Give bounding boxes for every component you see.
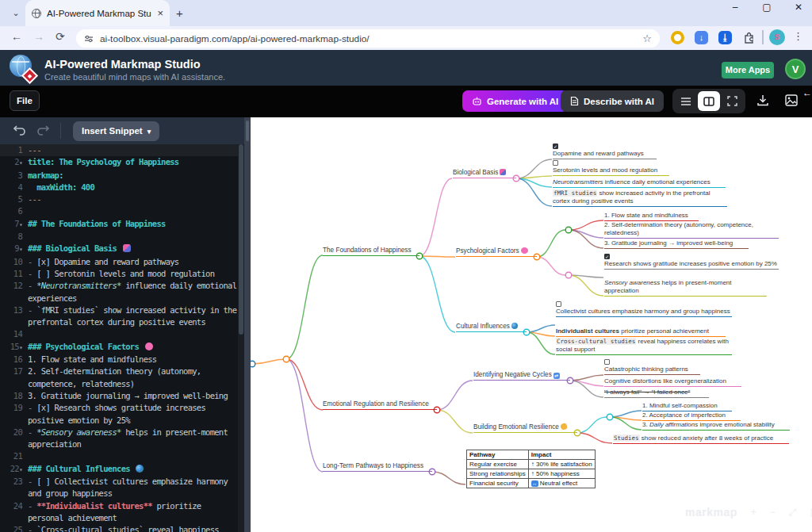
- mindmap-node-foundations[interactable]: The Foundations of Happiness: [323, 246, 419, 256]
- node-toggle-circle[interactable]: [565, 227, 572, 233]
- mindmap-node-i2[interactable]: Cognitive distortions like overgeneraliz…: [604, 377, 741, 387]
- code-line-1[interactable]: 1---: [0, 144, 244, 156]
- mindmap-node-c2[interactable]: Individualist cultures prioritize person…: [556, 327, 726, 337]
- mindmap-canvas[interactable]: The Foundations of HappinessEmotional Re…: [251, 117, 812, 532]
- undo-icon[interactable]: [13, 124, 26, 136]
- mindmap-node-longterm[interactable]: Long-Term Pathways to Happiness: [323, 461, 432, 472]
- bookmark-star-icon[interactable]: ☆: [642, 33, 652, 44]
- mindmap-node-b4[interactable]: fMRI studies show increased activity in …: [553, 189, 727, 207]
- code-line-14[interactable]: 14: [0, 328, 244, 340]
- fullscreen-view-button[interactable]: [722, 91, 743, 111]
- describe-with-ai-button[interactable]: Describe with AI: [561, 90, 664, 112]
- fold-caret-icon[interactable]: ▾: [19, 344, 22, 351]
- mindmap-node-psychological[interactable]: Psychological Factors: [456, 247, 537, 257]
- code-line-8[interactable]: 8: [0, 231, 244, 243]
- fold-caret-icon[interactable]: ▾: [19, 221, 22, 228]
- code-line-4[interactable]: 4 maxWidth: 400: [0, 182, 244, 193]
- code-line-19[interactable]: 19- [x] Research shows gratitude increas…: [0, 402, 244, 427]
- code-line-2[interactable]: 2▾title: The Psychology of Happiness: [0, 156, 244, 169]
- code-line-18[interactable]: 183. Gratitude journaling → improved wel…: [0, 390, 244, 402]
- url-input[interactable]: ai-toolbox.visual-paradigm.com/app/ai-po…: [100, 33, 636, 44]
- fold-caret-icon[interactable]: ▾: [19, 159, 22, 166]
- mindmap-node-identifying[interactable]: Identifying Negative Cycles⇄: [473, 370, 570, 381]
- mindmap-node-r3[interactable]: 3. Daily affirmations improve emotional …: [642, 421, 790, 431]
- more-apps-button[interactable]: More Apps: [722, 62, 774, 78]
- node-toggle-circle[interactable]: [565, 272, 572, 278]
- mindmap-node-biological[interactable]: Biological Basis: [453, 168, 516, 178]
- node-toggle-circle[interactable]: [607, 414, 613, 420]
- mindmap-node-b2[interactable]: Serotonin levels and mood regulation: [553, 160, 669, 176]
- downloads-icon[interactable]: ⭳: [718, 31, 732, 44]
- code-line-10[interactable]: 10- [x] Dopamine and reward pathways: [0, 256, 244, 268]
- split-view-button[interactable]: [698, 91, 719, 111]
- browser-menu-icon[interactable]: ⋮: [793, 30, 803, 42]
- code-line-13[interactable]: 13- `fMRI studies` show increased activi…: [0, 304, 244, 329]
- editor-only-view-button[interactable]: [675, 91, 696, 111]
- code-line-12[interactable]: 12- *Neurotransmitters* influence daily …: [0, 280, 244, 304]
- code-line-23[interactable]: 23- [ ] Collectivist cultures emphasize …: [0, 476, 244, 500]
- redo-icon[interactable]: [36, 124, 50, 136]
- code-line-6[interactable]: 6: [0, 205, 244, 217]
- markmap-toolbar-icon-2[interactable]: ⤢: [789, 507, 797, 518]
- insert-snippet-button[interactable]: Insert Snippet▾: [73, 121, 159, 141]
- browser-tab[interactable]: AI-Powered Markmap Studio ×: [25, 0, 170, 26]
- code-line-15[interactable]: 15▾### Psychological Factors: [0, 341, 244, 354]
- profile-avatar[interactable]: s: [769, 29, 785, 45]
- code-line-25[interactable]: 25- `Cross-cultural studies` reveal happ…: [0, 524, 244, 532]
- node-toggle-circle[interactable]: [283, 356, 289, 362]
- code-line-7[interactable]: 7▾## The Foundations of Happiness: [0, 218, 244, 231]
- extension-download-icon[interactable]: ↓: [695, 31, 708, 44]
- export-image-icon[interactable]: [785, 94, 798, 106]
- code-line-11[interactable]: 11- [ ] Serotonin levels and mood regula…: [0, 268, 244, 280]
- mindmap-node-p5[interactable]: Sensory awareness helps in present-momen…: [604, 279, 767, 297]
- checkbox-unchecked-icon[interactable]: [556, 301, 561, 307]
- user-avatar[interactable]: V: [785, 59, 806, 79]
- code-line-21[interactable]: 21: [0, 450, 244, 462]
- file-menu-button[interactable]: File: [10, 90, 40, 111]
- editor-scrollbar-thumb[interactable]: [239, 144, 243, 335]
- panel-resize-divider[interactable]: [244, 117, 251, 532]
- mindmap-node-emotional[interactable]: Emotional Regulation and Resilience: [323, 400, 437, 410]
- markmap-toolbar-icon-1[interactable]: −: [770, 507, 776, 518]
- forward-button[interactable]: →: [33, 30, 44, 43]
- mindmap-node-p1[interactable]: 1. Flow state and mindfulness: [604, 212, 699, 221]
- window-close-button[interactable]: ✕: [793, 2, 804, 13]
- window-maximize-button[interactable]: ▢: [761, 2, 772, 13]
- checkbox-checked-icon[interactable]: ✓: [553, 144, 558, 149]
- checkbox-checked-icon[interactable]: ✓: [604, 254, 610, 259]
- checkbox-unchecked-icon[interactable]: [604, 359, 610, 365]
- mindmap-node-c1[interactable]: Collectivist cultures emphasize harmony …: [556, 301, 732, 317]
- node-toggle-circle[interactable]: [251, 361, 255, 367]
- mindmap-node-i1[interactable]: Catastrophic thinking patterns: [604, 359, 700, 375]
- fold-caret-icon[interactable]: ▾: [19, 246, 22, 253]
- tab-close-icon[interactable]: ×: [157, 9, 163, 18]
- mindmap-node-i3[interactable]: "I always fail" → "I failed once": [604, 388, 709, 398]
- mindmap-node-p3[interactable]: 3. Gratitude journaling → improved well-…: [604, 239, 749, 249]
- markmap-toolbar-icon-0[interactable]: +: [751, 507, 756, 518]
- window-minimize-button[interactable]: –: [730, 2, 741, 13]
- mindmap-node-p2[interactable]: 2. Self-determination theory (autonomy, …: [604, 221, 779, 239]
- mindmap-node-r1[interactable]: 1. Mindful self-compassion: [642, 402, 732, 411]
- code-line-5[interactable]: 5---: [0, 193, 244, 205]
- mindmap-node-p4[interactable]: ✓Research shows gratitude increases posi…: [604, 254, 779, 270]
- mindmap-node-c3[interactable]: Cross-cultural studies reveal happiness …: [556, 338, 732, 355]
- code-line-3[interactable]: 3markmap:: [0, 170, 244, 182]
- code-line-20[interactable]: 20- *Sensory awareness* helps in present…: [0, 427, 244, 451]
- site-info-icon[interactable]: [84, 34, 94, 44]
- extensions-puzzle-icon[interactable]: [742, 31, 756, 44]
- mindmap-node-cultural[interactable]: Cultural Influences: [456, 322, 527, 332]
- reload-button[interactable]: ⟳: [56, 30, 65, 43]
- code-line-16[interactable]: 161. Flow state and mindfulness: [0, 354, 244, 366]
- new-tab-button[interactable]: +: [176, 6, 183, 20]
- extension-ring-icon[interactable]: [671, 31, 684, 44]
- code-line-22[interactable]: 22▾### Cultural Influences: [0, 463, 244, 476]
- generate-with-ai-button[interactable]: Generate with AI: [462, 90, 568, 112]
- fold-caret-icon[interactable]: ▾: [19, 466, 22, 473]
- code-line-24[interactable]: 24- **Individualist cultures** prioritiz…: [0, 500, 244, 525]
- url-bar[interactable]: ai-toolbox.visual-paradigm.com/app/ai-po…: [76, 29, 660, 48]
- download-export-icon[interactable]: [756, 94, 769, 106]
- markdown-editor[interactable]: 1---2▾title: The Psychology of Happiness…: [0, 144, 244, 532]
- tab-search-chevron-icon[interactable]: ⌄: [6, 6, 25, 21]
- mindmap-node-b1[interactable]: ✓Dopamine and reward pathways: [553, 144, 657, 159]
- code-line-17[interactable]: 172. Self-determination theory (autonomy…: [0, 366, 244, 390]
